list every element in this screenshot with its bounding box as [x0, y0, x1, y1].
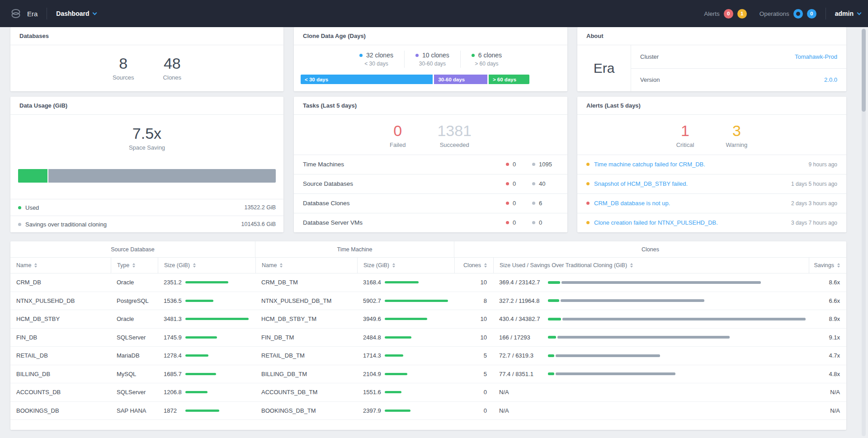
failed-stat: 0 Failed [390, 123, 406, 148]
tm-size-cell: 2104.9 [357, 365, 454, 383]
nav-operations[interactable]: Operations 0 [760, 9, 816, 19]
navbar: Era Dashboard Alerts 0 1 Operations 0 ad… [0, 0, 868, 27]
alert-timestamp: 2 days 3 hours ago [791, 200, 837, 207]
clone-savings-bar [556, 354, 660, 357]
legend-count: 10 clones [422, 52, 449, 59]
table-row: BOOKINGS_DB SAP HANA 1872 BOOKINGS_DB_TM… [10, 402, 846, 420]
alert-row: Time machine catchup failed for CRM_DB. … [577, 155, 846, 174]
clones-count-cell: 0 [454, 383, 493, 401]
sort-tm-size[interactable]: Size (GiB) [357, 258, 454, 273]
sort-source-type[interactable]: Type [111, 258, 158, 273]
clone-savings-bar [562, 318, 806, 320]
clone-savings-bar [561, 281, 761, 284]
alert-severity-dot [586, 182, 590, 185]
alert-message-link[interactable]: CRM_DB database is not up. [594, 200, 670, 207]
alerts-critical-badge[interactable]: 0 [724, 9, 733, 19]
legend-count: 32 clones [366, 52, 393, 59]
nav-alerts[interactable]: Alerts 0 1 [704, 9, 747, 19]
page-scrollbar[interactable] [862, 28, 866, 436]
source-size-cell: 1206.8 [158, 383, 255, 401]
task-entity-label: Source Databases [303, 180, 353, 187]
table-row: FIN_DB SQLServer 1745.9 FIN_DB_TM 2484.8… [10, 329, 846, 347]
alert-row: Snapshot of HCM_DB_STBY failed. 1 days 5… [577, 174, 846, 193]
source-type-cell: PostgreSQL [111, 292, 158, 310]
dashboard-menu[interactable]: Dashboard [56, 10, 96, 17]
used-label: Used [25, 204, 39, 211]
clones-count-cell: 8 [454, 292, 493, 310]
version-link[interactable]: 2.0.0 [824, 76, 837, 83]
source-size-bar [185, 336, 217, 339]
succeeded-dot [532, 221, 535, 224]
cluster-row: Cluster Tomahawk-Prod [631, 45, 846, 68]
alert-message-link[interactable]: Clone creation failed for NTNX_PULSEHD_D… [594, 219, 718, 226]
sort-savings[interactable]: Savings [809, 258, 846, 273]
group-source-database: Source Database [10, 241, 255, 257]
about-card-title: About [577, 27, 846, 45]
succeeded-dot [532, 163, 535, 166]
dashboard-menu-label: Dashboard [56, 10, 89, 17]
succeeded-dot [532, 182, 535, 185]
failed-dot [506, 163, 509, 166]
size-used-cell: 166 / 17293 [493, 329, 809, 347]
group-clones: Clones [454, 241, 846, 257]
chevron-down-icon [857, 11, 862, 15]
source-size-bar [185, 410, 219, 412]
source-size-bar [185, 391, 208, 393]
nav-divider [47, 8, 47, 19]
failed-dot [506, 202, 509, 205]
operations-progress-icon[interactable] [793, 9, 803, 19]
critical-label: Critical [676, 141, 694, 148]
source-name-cell: BOOKINGS_DB [10, 402, 111, 420]
savings-label: Savings over traditional cloning [25, 221, 107, 228]
sort-icon [132, 263, 135, 268]
source-name-cell: HCM_DB_STBY [10, 310, 111, 328]
sort-source-name[interactable]: Name [10, 258, 111, 273]
alert-timestamp: 1 days 5 hours ago [791, 181, 837, 187]
task-succeeded-count: 6 [532, 200, 558, 207]
version-label: Version [640, 76, 660, 83]
source-size-cell: 1685.7 [158, 365, 255, 383]
table-body: CRM_DB Oracle 2351.2 CRM_DB_TM 3168.4 10… [10, 273, 846, 420]
space-saving-label: Space Saving [10, 144, 283, 151]
used-bar-segment [18, 169, 48, 183]
source-size-cell: 3481.3 [158, 310, 255, 328]
source-size-bar [185, 318, 249, 320]
operations-count-badge[interactable]: 0 [807, 9, 816, 19]
clones-count-cell: 10 [454, 273, 493, 292]
clone-savings-bar [561, 299, 704, 302]
tm-size-bar [385, 336, 411, 339]
tm-name-cell: HCM_DB_STBY_TM [255, 310, 357, 328]
version-row: Version 2.0.0 [631, 68, 846, 92]
bar-segment-30-60: 30-60 days [434, 75, 487, 84]
table-row: ACCOUNTS_DB SQLServer 1206.8 ACCOUNTS_DB… [10, 383, 846, 402]
tm-size-cell: 2397.9 [357, 402, 454, 420]
clone-used-bar [548, 336, 556, 339]
user-menu[interactable]: admin [835, 10, 861, 17]
cluster-link[interactable]: Tomahawk-Prod [795, 53, 837, 60]
tm-size-bar [385, 318, 427, 320]
tm-size-bar [385, 391, 401, 393]
sort-tm-name[interactable]: Name [255, 258, 357, 273]
task-failed-count: 0 [506, 219, 526, 226]
sort-size-used[interactable]: Size Used / Savings Over Traditional Clo… [493, 258, 809, 273]
scrollbar-thumb[interactable] [862, 29, 866, 112]
warning-stat: 3 Warning [726, 123, 747, 148]
source-size-cell: 1872 [158, 402, 255, 420]
sort-clones[interactable]: Clones [454, 258, 493, 273]
alert-message-link[interactable]: Snapshot of HCM_DB_STBY failed. [594, 180, 688, 187]
sort-source-size[interactable]: Size (GiB) [158, 258, 255, 273]
tm-name-cell: BOOKINGS_DB_TM [255, 402, 357, 420]
sort-icon [484, 263, 487, 268]
alert-message-link[interactable]: Time machine catchup failed for CRM_DB. [594, 161, 705, 168]
chevron-down-icon [93, 11, 97, 15]
sort-icon [193, 263, 196, 268]
source-type-cell: MySQL [111, 365, 158, 383]
size-used-cell: 72.7 / 6319.3 [493, 347, 809, 365]
sources-count: 8 [113, 56, 134, 72]
sources-stat-label: Sources [113, 74, 134, 81]
alert-row: CRM_DB database is not up. 2 days 3 hour… [577, 193, 846, 213]
savings-dot [18, 223, 21, 226]
alerts-warning-badge[interactable]: 1 [737, 9, 747, 19]
table-row: NTNX_PULSEHD_DB PostgreSQL 1536.5 NTNX_P… [10, 292, 846, 311]
source-name-cell: FIN_DB [10, 329, 111, 347]
